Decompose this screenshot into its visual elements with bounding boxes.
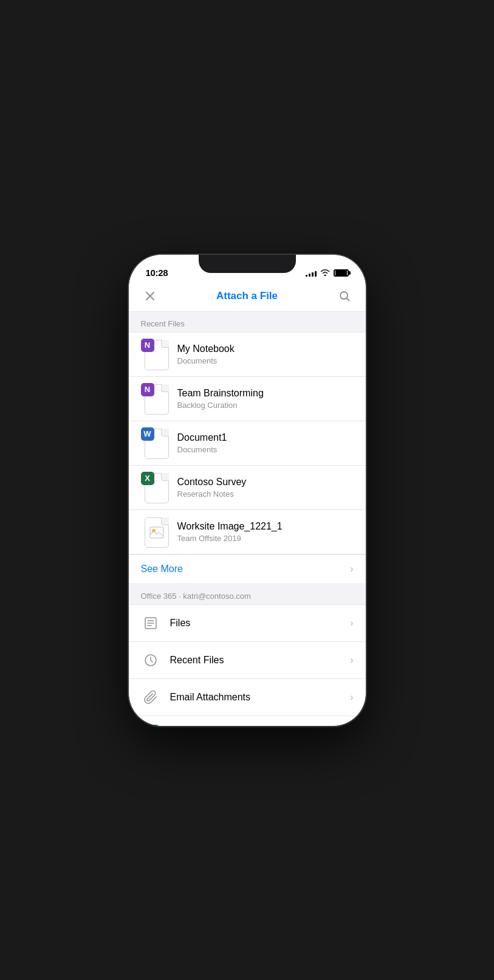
image-icon (149, 526, 164, 539)
content-area: Recent Files N My Notebook Documents (129, 312, 366, 726)
chevron-right-icon: › (350, 692, 353, 703)
file-location: Backlog Curation (177, 401, 354, 410)
recent-files-header: Recent Files (129, 312, 366, 332)
clock-icon (141, 650, 160, 670)
paperclip-icon (141, 688, 160, 707)
recent-files-list: N My Notebook Documents N Team Brainstor… (129, 332, 366, 554)
file-name: Document1 (177, 432, 354, 444)
file-location: Documents (177, 445, 354, 454)
see-more-recent-button[interactable]: See More › (129, 554, 366, 583)
see-more-label: See More (141, 564, 183, 575)
notch (199, 255, 296, 273)
list-item[interactable]: Worksite Image_1221_1 Team Offsite 2019 (129, 510, 366, 554)
list-item[interactable]: W Document1 Documents (129, 421, 366, 466)
contoso-suites-nav-item[interactable]: CS Contoso Suites › (129, 716, 366, 726)
nav-title: Attach a File (216, 290, 278, 302)
phone-screen: 10:28 (129, 255, 366, 726)
list-item[interactable]: N My Notebook Documents (129, 333, 366, 377)
svg-line-3 (346, 298, 349, 301)
file-name: Contoso Survey (177, 476, 354, 489)
file-location: Reserach Notes (177, 489, 354, 499)
phone-frame: 10:28 (129, 255, 366, 726)
search-button[interactable] (335, 287, 354, 305)
files-icon (141, 613, 160, 633)
battery-icon (334, 269, 349, 277)
close-button[interactable] (141, 287, 159, 305)
file-name: My Notebook (177, 343, 354, 356)
chevron-right-icon: › (350, 564, 353, 575)
files-nav-item[interactable]: Files › (129, 605, 366, 642)
status-icons (306, 269, 349, 278)
file-location: Documents (177, 356, 354, 365)
contoso-suites-badge: CS (141, 725, 160, 726)
signal-icon (306, 269, 317, 277)
file-info: Document1 Documents (177, 432, 354, 455)
status-time: 10:28 (146, 267, 168, 278)
file-location: Team Offsite 2019 (177, 534, 354, 543)
file-icon-word: W (141, 427, 169, 459)
file-name: Worksite Image_1221_1 (177, 520, 354, 533)
file-name: Team Brainstorming (177, 387, 354, 400)
chevron-right-icon: › (350, 655, 353, 666)
onenote-badge: N (141, 383, 154, 396)
office-section-header: Office 365 · katri@contoso.com (129, 583, 366, 604)
recent-files-nav-item[interactable]: Recent Files › (129, 642, 366, 679)
file-info: My Notebook Documents (177, 343, 354, 366)
file-icon-onenote: N (141, 383, 169, 415)
excel-badge: X (141, 472, 154, 485)
file-info: Contoso Survey Reserach Notes (177, 476, 354, 499)
word-badge: W (141, 427, 154, 441)
recent-files-label: Recent Files (170, 655, 341, 666)
onenote-badge: N (141, 339, 154, 352)
email-attachments-label: Email Attachments (170, 692, 341, 703)
wifi-icon (320, 269, 330, 278)
files-label: Files (170, 618, 341, 629)
file-icon-image (141, 516, 169, 548)
office-nav-list: Files › Recent Files › (129, 604, 366, 726)
file-info: Team Brainstorming Backlog Curation (177, 387, 354, 410)
file-icon-excel: X (141, 472, 169, 503)
list-item[interactable]: X Contoso Survey Reserach Notes (129, 466, 366, 510)
file-icon-onenote: N (141, 339, 169, 370)
list-item[interactable]: N Team Brainstorming Backlog Curation (129, 377, 366, 421)
chevron-right-icon: › (350, 618, 353, 629)
email-attachments-nav-item[interactable]: Email Attachments › (129, 679, 366, 716)
file-info: Worksite Image_1221_1 Team Offsite 2019 (177, 520, 354, 543)
nav-bar: Attach a File (129, 281, 366, 312)
